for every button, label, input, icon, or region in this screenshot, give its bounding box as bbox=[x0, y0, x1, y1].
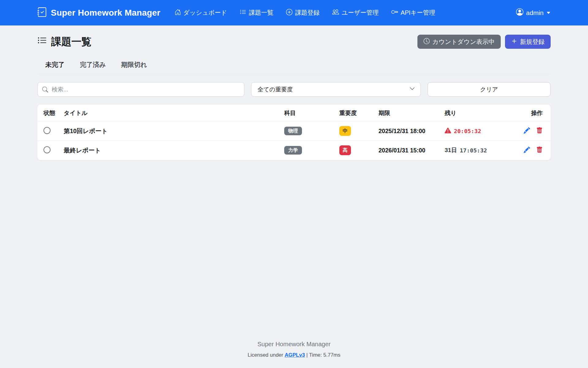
chevron-down-icon bbox=[409, 86, 415, 93]
nav-item-task-list[interactable]: 課題一覧 bbox=[240, 9, 273, 17]
remaining-days: 31日 bbox=[445, 146, 457, 154]
importance-filter-value: 全ての重要度 bbox=[258, 86, 293, 94]
list-icon bbox=[37, 36, 47, 48]
table-header-row: 状態 タイトル 科目 重要度 期限 残り 操作 bbox=[37, 105, 551, 121]
list-icon bbox=[240, 9, 246, 17]
plus-circle-icon bbox=[286, 9, 292, 17]
remaining-countdown: 20:05:32 bbox=[445, 127, 514, 135]
search-box bbox=[37, 82, 244, 97]
nav-label: 課題登録 bbox=[295, 9, 319, 17]
page-footer: Super Homework Manager Licensed under AG… bbox=[0, 333, 588, 368]
tab-overdue[interactable]: 期限切れ bbox=[121, 60, 147, 69]
col-status: 状態 bbox=[37, 105, 60, 121]
task-table: 状態 タイトル 科目 重要度 期限 残り 操作 第10回レポート 物理 中 bbox=[37, 105, 551, 160]
status-toggle[interactable] bbox=[43, 146, 51, 153]
nav-item-dashboard[interactable]: ダッシュボード bbox=[175, 9, 227, 17]
edit-button[interactable] bbox=[524, 127, 530, 134]
importance-filter-select[interactable]: 全ての重要度 bbox=[251, 82, 421, 97]
deadline-text: 2025/12/31 18:00 bbox=[379, 128, 425, 134]
nav-label: 課題一覧 bbox=[249, 9, 273, 17]
nav-label: ユーザー管理 bbox=[341, 9, 379, 17]
col-importance: 重要度 bbox=[336, 105, 375, 121]
pencil-icon bbox=[524, 149, 530, 154]
top-navbar: Super Homework Manager ダッシュボード 課題一覧 課題登録 bbox=[0, 0, 588, 25]
main-nav: ダッシュボード 課題一覧 課題登録 ユーザー管理 bbox=[175, 9, 435, 17]
clear-filters-button[interactable]: クリア bbox=[428, 82, 551, 97]
new-task-button[interactable]: 新規登録 bbox=[505, 35, 551, 49]
col-title: タイトル bbox=[60, 105, 281, 121]
remaining-countdown: 31日 17:05:32 bbox=[445, 146, 514, 154]
nav-item-api-keys[interactable]: APIキー管理 bbox=[391, 9, 435, 17]
nav-label: ダッシュボード bbox=[183, 9, 227, 17]
countdown-toggle-button[interactable]: カウントダウン表示中 bbox=[417, 35, 501, 49]
tab-incomplete[interactable]: 未完了 bbox=[45, 60, 65, 69]
status-toggle[interactable] bbox=[43, 127, 51, 134]
footer-brand: Super Homework Manager bbox=[0, 341, 588, 348]
importance-badge: 中 bbox=[339, 126, 351, 136]
license-link[interactable]: AGPLv3 bbox=[285, 352, 305, 358]
table-row: 第10回レポート 物理 中 2025/12/31 18:00 20:05:32 bbox=[37, 121, 551, 141]
key-icon bbox=[391, 9, 398, 17]
status-tabs: 未完了 完了済み 期限切れ bbox=[37, 60, 551, 74]
nav-label: APIキー管理 bbox=[401, 9, 435, 17]
deadline-text: 2026/01/31 15:00 bbox=[379, 147, 425, 154]
trash-icon bbox=[536, 149, 543, 154]
users-icon bbox=[332, 9, 339, 17]
remaining-time: 17:05:32 bbox=[460, 147, 487, 154]
remaining-time: 20:05:32 bbox=[454, 128, 481, 134]
pencil-icon bbox=[524, 130, 530, 135]
user-name: admin bbox=[526, 9, 544, 17]
footer-license: Licensed under AGPLv3 | Time: 5.77ms bbox=[0, 352, 588, 358]
edit-button[interactable] bbox=[524, 147, 530, 153]
task-title: 最終レポート bbox=[64, 147, 101, 154]
brand[interactable]: Super Homework Manager bbox=[37, 7, 160, 18]
col-deadline: 期限 bbox=[375, 105, 441, 121]
nav-item-task-register[interactable]: 課題登録 bbox=[286, 9, 319, 17]
warning-icon bbox=[445, 127, 451, 135]
journal-check-logo-icon bbox=[37, 7, 47, 18]
col-actions: 操作 bbox=[518, 105, 551, 121]
nav-item-user-management[interactable]: ユーザー管理 bbox=[332, 9, 379, 17]
clock-icon bbox=[424, 38, 430, 46]
caret-down-icon bbox=[546, 9, 551, 17]
table-row: 最終レポート 力学 高 2026/01/31 15:00 31日 17:05:3… bbox=[37, 141, 551, 160]
page-title: 課題一覧 bbox=[37, 35, 92, 49]
task-table-card: 状態 タイトル 科目 重要度 期限 残り 操作 第10回レポート 物理 中 bbox=[37, 105, 551, 160]
plus-icon bbox=[511, 38, 517, 46]
subject-badge: 物理 bbox=[284, 127, 302, 135]
col-remaining: 残り bbox=[441, 105, 518, 121]
col-subject: 科目 bbox=[281, 105, 336, 121]
subject-badge: 力学 bbox=[284, 146, 302, 155]
search-input[interactable] bbox=[37, 82, 244, 97]
importance-badge: 高 bbox=[339, 145, 351, 155]
person-circle-icon bbox=[516, 8, 523, 17]
delete-button[interactable] bbox=[536, 127, 543, 134]
trash-icon bbox=[536, 130, 543, 135]
delete-button[interactable] bbox=[536, 147, 543, 153]
task-title: 第10回レポート bbox=[64, 128, 108, 134]
brand-title: Super Homework Manager bbox=[51, 8, 160, 18]
tab-completed[interactable]: 完了済み bbox=[80, 60, 106, 69]
user-menu[interactable]: admin bbox=[516, 8, 551, 17]
home-icon bbox=[175, 9, 181, 17]
